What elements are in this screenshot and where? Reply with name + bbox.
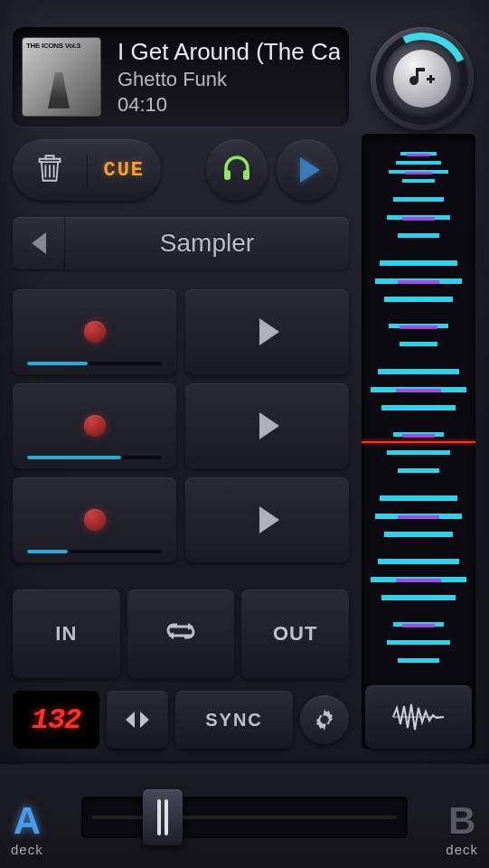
cue-button[interactable]: CUE	[88, 159, 162, 182]
crossfader-track[interactable]	[81, 797, 408, 838]
loop-in-label: IN	[55, 622, 77, 646]
headphone-icon	[221, 152, 253, 188]
svg-rect-41	[402, 624, 435, 627]
playhead-line	[362, 441, 475, 443]
settings-button[interactable]	[300, 695, 349, 744]
play-icon	[259, 506, 279, 533]
sample-progress	[27, 362, 162, 365]
deck-b-label: deck	[446, 842, 478, 857]
music-plus-icon	[406, 62, 438, 95]
crossfader-groove	[92, 816, 397, 819]
load-track-knob[interactable]	[371, 27, 474, 130]
track-duration: 04:10	[118, 93, 340, 117]
svg-rect-39	[398, 515, 439, 519]
loop-toggle-button[interactable]	[127, 590, 235, 678]
tempo-row: 132 SYNC	[13, 691, 349, 749]
loop-out-button[interactable]: OUT	[241, 590, 349, 678]
waveform-overview-button[interactable]	[365, 685, 472, 749]
gear-icon	[312, 707, 337, 732]
deck-a-letter: A	[11, 802, 43, 840]
track-meta: I Get Around (The Ca Ghetto Funk 04:10	[118, 38, 340, 117]
svg-rect-8	[398, 233, 439, 238]
svg-rect-33	[405, 172, 432, 175]
headphone-cue-button[interactable]	[206, 139, 268, 201]
svg-rect-32	[407, 154, 430, 156]
svg-rect-40	[396, 579, 441, 582]
transport-row: CUE	[13, 139, 338, 201]
nudge-arrows-icon	[126, 712, 149, 728]
svg-rect-18	[387, 450, 450, 455]
record-icon	[84, 415, 106, 437]
svg-rect-25	[381, 595, 456, 600]
delete-button[interactable]	[13, 154, 88, 186]
svg-rect-37	[396, 389, 441, 392]
track-artist: Ghetto Funk	[118, 68, 340, 91]
svg-rect-6	[393, 197, 444, 202]
sample-play-button[interactable]	[185, 289, 349, 374]
play-icon	[259, 412, 279, 439]
play-button[interactable]	[277, 139, 338, 201]
section-header: Sampler	[13, 217, 349, 269]
record-icon	[84, 509, 106, 531]
crossfader-handle[interactable]	[143, 789, 183, 845]
loop-row: IN OUT	[13, 590, 349, 678]
loop-in-button[interactable]: IN	[13, 590, 120, 678]
svg-rect-34	[402, 217, 435, 221]
deck-b-selector[interactable]: B deck	[446, 802, 478, 857]
sample-record-button[interactable]	[13, 477, 176, 562]
waveform-mini-icon	[391, 701, 446, 733]
play-icon	[259, 318, 279, 345]
trash-cue-pill: CUE	[13, 139, 161, 201]
play-icon	[300, 157, 320, 183]
svg-rect-16	[381, 405, 456, 410]
trash-icon	[37, 154, 62, 186]
loop-out-label: OUT	[273, 622, 317, 646]
load-track-button[interactable]	[393, 50, 451, 108]
sync-button[interactable]: SYNC	[175, 691, 293, 749]
cue-label: CUE	[103, 159, 145, 182]
deck-a-label: deck	[11, 842, 43, 857]
deck-a-selector[interactable]: A deck	[11, 802, 43, 857]
record-icon	[84, 321, 106, 343]
bpm-value: 132	[32, 703, 81, 737]
svg-rect-23	[378, 559, 459, 564]
track-title: I Get Around (The Ca	[118, 38, 340, 66]
svg-rect-1	[243, 170, 249, 180]
svg-rect-11	[384, 297, 453, 302]
svg-rect-5	[402, 179, 435, 183]
svg-rect-36	[400, 326, 437, 329]
waveform-vertical[interactable]	[362, 134, 475, 749]
sample-play-button[interactable]	[185, 477, 349, 562]
svg-rect-14	[378, 369, 459, 374]
loop-icon	[163, 618, 199, 650]
chevron-left-icon	[32, 232, 46, 254]
sample-play-button[interactable]	[185, 383, 349, 468]
svg-rect-22	[384, 532, 453, 537]
sample-record-button[interactable]	[13, 383, 176, 468]
svg-rect-28	[398, 658, 439, 663]
deck-b-letter: B	[446, 802, 478, 840]
track-info-panel[interactable]: I Get Around (The Ca Ghetto Funk 04:10	[13, 27, 349, 127]
sample-progress	[27, 550, 162, 553]
pitch-nudge-button[interactable]	[107, 691, 168, 749]
sync-label: SYNC	[205, 710, 263, 731]
sampler-panel	[13, 289, 349, 571]
svg-rect-13	[400, 342, 437, 346]
sampler-row	[13, 289, 349, 374]
svg-rect-20	[380, 495, 457, 501]
sampler-row	[13, 383, 349, 468]
svg-rect-0	[224, 170, 230, 180]
sample-record-button[interactable]	[13, 289, 176, 374]
bpm-display: 132	[13, 691, 99, 749]
svg-rect-9	[380, 260, 457, 266]
sample-progress	[27, 456, 162, 459]
svg-rect-3	[396, 161, 441, 165]
bottom-bar: A deck B deck	[0, 764, 489, 868]
section-title: Sampler	[65, 229, 349, 258]
album-art	[22, 37, 101, 117]
svg-rect-19	[398, 468, 439, 473]
dj-app: I Get Around (The Ca Ghetto Funk 04:10 C…	[0, 0, 489, 868]
svg-rect-27	[387, 640, 450, 645]
section-back-button[interactable]	[13, 217, 65, 269]
svg-rect-38	[402, 434, 435, 438]
